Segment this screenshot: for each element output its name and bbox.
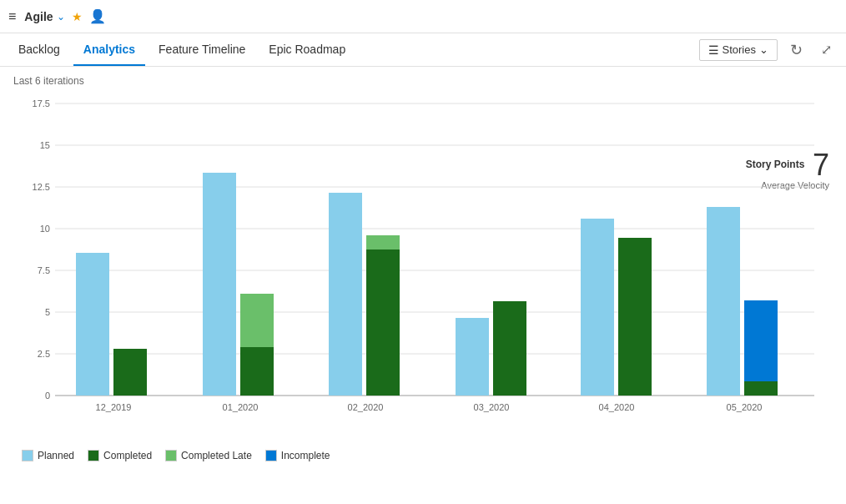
legend-label-incomplete: Incomplete — [281, 450, 330, 461]
svg-text:12.5: 12.5 — [33, 182, 50, 192]
tab-epic-roadmap[interactable]: Epic Roadmap — [259, 34, 355, 66]
legend-swatch-completed-late — [165, 450, 177, 461]
title-chevron-icon[interactable]: ⌄ — [57, 11, 65, 23]
tab-backlog[interactable]: Backlog — [8, 34, 70, 66]
expand-button[interactable]: ⤢ — [814, 38, 838, 62]
svg-text:10: 10 — [40, 224, 50, 234]
stories-label: Stories — [723, 43, 756, 56]
bar-incomplete-5 — [744, 300, 778, 381]
svg-text:03_2020: 03_2020 — [474, 402, 510, 412]
content-area: Last 6 iterations Story Points 7 Average… — [0, 67, 846, 476]
bar-completed-0 — [113, 349, 147, 396]
legend-swatch-incomplete — [265, 450, 277, 461]
tab-analytics[interactable]: Analytics — [73, 34, 145, 66]
svg-text:02_2020: 02_2020 — [348, 402, 384, 412]
tab-feature-timeline[interactable]: Feature Timeline — [149, 34, 255, 66]
bar-planned-4 — [581, 219, 614, 396]
svg-text:17.5: 17.5 — [33, 98, 50, 108]
favorite-star-icon[interactable]: ★ — [72, 10, 83, 23]
legend-incomplete: Incomplete — [265, 450, 330, 461]
svg-text:12_2019: 12_2019 — [96, 402, 132, 412]
chart-legend: Planned Completed Completed Late Incompl… — [13, 443, 833, 468]
stories-icon: ☰ — [708, 43, 719, 57]
legend-label-completed-late: Completed Late — [181, 450, 252, 461]
top-bar: ≡ Agile ⌄ ★ 👤 — [0, 0, 846, 33]
stories-button[interactable]: ☰ Stories ⌄ — [699, 39, 778, 61]
bar-planned-5 — [707, 207, 740, 396]
legend-label-planned: Planned — [38, 450, 74, 461]
person-icon: 👤 — [89, 8, 106, 24]
svg-text:04_2020: 04_2020 — [599, 402, 635, 412]
stories-chevron-icon: ⌄ — [759, 43, 768, 56]
svg-text:05_2020: 05_2020 — [727, 402, 763, 412]
legend-swatch-planned — [22, 450, 33, 461]
svg-text:2.5: 2.5 — [38, 349, 50, 359]
bar-planned-0 — [76, 253, 109, 396]
bar-planned-1 — [203, 173, 236, 396]
svg-text:15: 15 — [40, 140, 50, 150]
bar-planned-2 — [329, 193, 362, 396]
svg-text:0: 0 — [45, 391, 50, 401]
legend-swatch-completed — [88, 450, 99, 461]
bar-completed-4 — [618, 238, 652, 396]
bar-completed-late-1 — [240, 294, 274, 347]
svg-text:7.5: 7.5 — [38, 265, 50, 275]
nav-right: ☰ Stories ⌄ ↻ ⤢ — [699, 38, 838, 62]
subtitle-label: Last 6 iterations — [13, 75, 833, 87]
project-title: Agile — [24, 10, 53, 23]
legend-planned: Planned — [22, 450, 74, 461]
bar-completed-2 — [366, 249, 400, 396]
bar-completed-late-2 — [366, 235, 400, 249]
bar-completed-3 — [493, 301, 526, 396]
chart-container: 0 2.5 5 7.5 10 12.5 15 — [13, 95, 833, 440]
svg-text:01_2020: 01_2020 — [223, 402, 259, 412]
hamburger-icon[interactable]: ≡ — [8, 9, 16, 24]
legend-label-completed: Completed — [103, 450, 152, 461]
nav-tabs: Backlog Analytics Feature Timeline Epic … — [0, 33, 846, 67]
bar-completed-1 — [240, 347, 274, 396]
bar-planned-3 — [456, 318, 489, 396]
bar-completed-5 — [744, 381, 778, 396]
legend-completed-late: Completed Late — [165, 450, 252, 461]
refresh-button[interactable]: ↻ — [784, 38, 808, 62]
svg-text:5: 5 — [45, 307, 50, 317]
legend-completed: Completed — [88, 450, 152, 461]
y-axis: 0 2.5 5 7.5 10 12.5 15 — [33, 98, 814, 401]
velocity-chart: 0 2.5 5 7.5 10 12.5 15 — [13, 95, 823, 437]
